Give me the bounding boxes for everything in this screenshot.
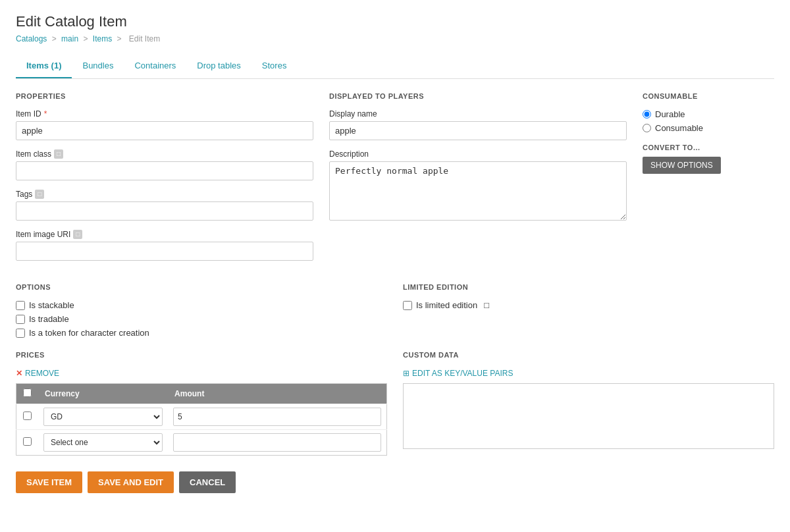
breadcrumb-items[interactable]: Items [93,34,112,43]
edit-kv-link[interactable]: ⊞ EDIT AS KEY/VALUE PAIRS [403,369,513,378]
item-class-info-icon[interactable]: □ [54,149,63,159]
checkbox-tradable-input[interactable] [16,315,25,324]
item-class-input[interactable] [16,161,313,180]
col-checkbox-header [16,384,39,404]
item-image-uri-input[interactable] [16,242,313,261]
prices-title: PRICES [16,351,387,359]
item-image-uri-info-icon[interactable]: □ [73,230,82,239]
breadcrumb-catalogs[interactable]: Catalogs [16,34,47,43]
checkbox-token-label: Is a token for character creation [29,328,149,338]
remove-label[interactable]: REMOVE [25,369,59,378]
prices-table: Currency Amount GD Select one [16,383,387,456]
options-checkboxes: Is stackable Is tradable Is a token for … [16,300,387,338]
breadcrumb-main[interactable]: main [61,34,78,43]
custom-data-box [403,383,774,449]
col-currency-header: Currency [38,384,168,404]
item-image-uri-group: Item image URI □ [16,230,313,261]
tab-bundles[interactable]: Bundles [72,54,124,78]
item-class-group: Item class □ [16,149,313,180]
page-container: Edit Catalog Item Catalogs > main > Item… [0,0,790,506]
cancel-button[interactable]: CANCEL [179,471,236,493]
limited-title: LIMITED EDITION [403,283,774,291]
remove-link[interactable]: ✕ REMOVE [16,369,59,378]
price-row-2: Select one GD [16,430,387,456]
radio-durable-input[interactable] [643,110,651,119]
checkbox-tradable-label: Is tradable [29,314,69,324]
tags-info-icon[interactable]: □ [35,190,44,199]
display-name-label: Display name [329,109,627,119]
prices-custom-row: PRICES ✕ REMOVE Currency Amount [16,351,774,456]
checkbox-limited-label: Is limited edition [416,300,477,310]
price-row-1-amount[interactable] [173,408,381,426]
checkbox-token-input[interactable] [16,329,25,338]
select-all-checkbox[interactable] [23,388,32,397]
item-image-uri-label: Item image URI □ [16,230,313,239]
displayed-title: DISPLAYED TO PLAYERS [329,92,627,100]
properties-title: PROPERTIES [16,92,313,100]
checkbox-token[interactable]: Is a token for character creation [16,328,387,338]
consumable-radio-group: Durable Consumable [643,109,774,133]
checkbox-limited-input[interactable] [403,301,412,310]
item-id-input[interactable] [16,121,313,140]
checkbox-stackable[interactable]: Is stackable [16,300,387,310]
item-id-label: Item ID * [16,109,313,119]
radio-consumable-label: Consumable [655,123,703,133]
top-sections: PROPERTIES Item ID * Item class □ Tags □ [16,92,774,270]
options-limited-row: OPTIONS Is stackable Is tradable Is a to… [16,283,774,338]
required-marker: * [44,109,47,119]
show-options-button[interactable]: SHOW OPTIONS [643,157,721,174]
consumable-title: CONSUMABLE [643,92,774,100]
price-row-2-amount[interactable] [173,433,381,452]
prices-panel: PRICES ✕ REMOVE Currency Amount [16,351,387,456]
tab-items[interactable]: Items (1) [16,54,72,78]
options-title: OPTIONS [16,283,387,291]
price-row-1-checkbox[interactable] [23,412,32,420]
price-row-1-currency[interactable]: GD Select one [43,408,163,426]
breadcrumb: Catalogs > main > Items > Edit Item [16,34,774,43]
item-class-label: Item class □ [16,149,313,159]
tab-drop-tables[interactable]: Drop tables [186,54,251,78]
price-row-2-checkbox[interactable] [23,437,32,446]
convert-title: CONVERT TO... [643,144,774,151]
breadcrumb-current: Edit Item [129,34,160,43]
radio-durable[interactable]: Durable [643,109,774,119]
display-name-group: Display name [329,109,627,140]
checkbox-stackable-label: Is stackable [29,300,74,310]
description-label: Description [329,149,627,159]
checkbox-tradable[interactable]: Is tradable [16,314,387,324]
page-title: Edit Catalog Item [16,13,774,30]
save-and-edit-button[interactable]: SAVE AND EDIT [88,471,174,493]
tab-containers[interactable]: Containers [124,54,186,78]
limited-info-icon[interactable]: □ [484,300,489,310]
edit-kv-label[interactable]: EDIT AS KEY/VALUE PAIRS [412,369,513,378]
item-id-group: Item ID * [16,109,313,140]
properties-panel: PROPERTIES Item ID * Item class □ Tags □ [16,92,313,270]
limited-edition-panel: LIMITED EDITION Is limited edition □ [403,283,774,338]
tags-input[interactable] [16,201,313,221]
checkbox-limited-edition[interactable]: Is limited edition □ [403,300,774,310]
price-row-1: GD Select one [16,404,387,430]
price-row-2-currency[interactable]: Select one GD [43,433,163,452]
bottom-bar: SAVE ITEM SAVE AND EDIT CANCEL [16,471,774,493]
tab-stores[interactable]: Stores [251,54,298,78]
tab-bar: Items (1) Bundles Containers Drop tables… [16,54,774,79]
description-textarea[interactable]: Perfectly normal apple [329,161,627,221]
remove-x-icon: ✕ [16,369,22,378]
col-amount-header: Amount [168,384,386,404]
custom-data-title: CUSTOM DATA [403,351,774,359]
displayed-to-players-panel: DISPLAYED TO PLAYERS Display name Descri… [329,92,627,270]
save-item-button[interactable]: SAVE ITEM [16,471,82,493]
checkbox-stackable-input[interactable] [16,301,25,310]
options-panel: OPTIONS Is stackable Is tradable Is a to… [16,283,387,338]
custom-data-panel: CUSTOM DATA ⊞ EDIT AS KEY/VALUE PAIRS [403,351,774,456]
tags-group: Tags □ [16,190,313,221]
edit-kv-icon: ⊞ [403,369,409,378]
tags-label: Tags □ [16,190,313,199]
display-name-input[interactable] [329,121,627,140]
radio-durable-label: Durable [655,109,685,119]
radio-consumable-input[interactable] [643,124,651,132]
consumable-panel: CONSUMABLE Durable Consumable CONVERT TO… [643,92,774,270]
radio-consumable[interactable]: Consumable [643,123,774,133]
description-group: Description Perfectly normal apple [329,149,627,223]
